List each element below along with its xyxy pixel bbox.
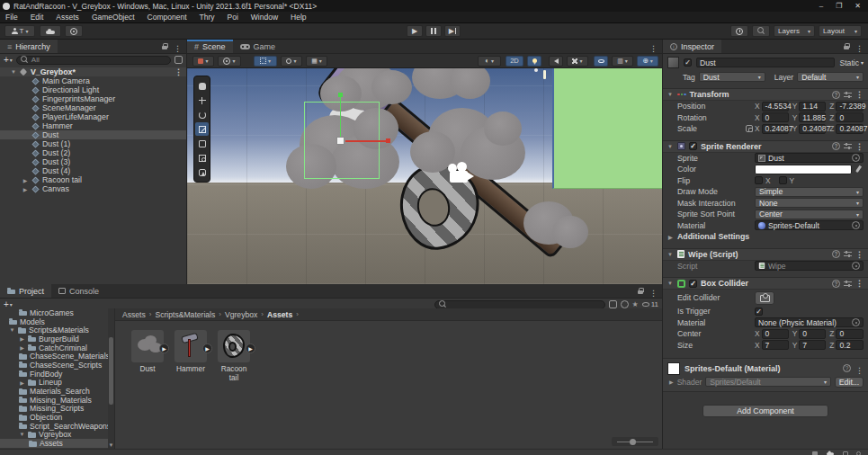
flip-x-checkbox[interactable] [755, 176, 763, 184]
rotation-z-field[interactable]: 0 [836, 112, 864, 122]
project-search-input[interactable] [434, 300, 605, 309]
hierarchy-item-selected[interactable]: Dust [0, 130, 186, 139]
status-console-icon[interactable] [812, 451, 818, 455]
expand-icon[interactable]: ▶ [22, 177, 29, 183]
asset-thumbnail[interactable]: ▶ [218, 330, 250, 362]
tool-handle-rotation-dropdown[interactable] [218, 56, 241, 67]
hierarchy-item[interactable]: Main Camera [0, 76, 186, 85]
scene-menu-icon[interactable] [174, 67, 186, 76]
sprite-object-field[interactable]: Dust [755, 153, 864, 163]
lock-icon[interactable] [162, 43, 168, 50]
favorite-star-icon[interactable]: ★ [632, 300, 639, 308]
close-button[interactable]: ✕ [855, 2, 861, 10]
expand-icon[interactable]: ▶ [19, 379, 25, 386]
layers-dropdown[interactable]: Layers [774, 25, 815, 37]
hierarchy-item[interactable]: Dust (4) [0, 166, 186, 175]
tag-dropdown[interactable]: Dust [699, 72, 765, 82]
expand-asset-icon[interactable]: ▶ [159, 343, 169, 353]
asset-thumbnail[interactable]: ▶ [131, 330, 164, 362]
thumbnail-size-slider[interactable] [612, 437, 658, 446]
gameobject-cube-icon[interactable] [667, 57, 679, 68]
folder-item[interactable]: ▶Lineup [0, 379, 108, 388]
tab-console[interactable]: Console [51, 284, 106, 298]
color-swatch[interactable] [755, 165, 852, 174]
preset-icon[interactable] [844, 143, 852, 149]
hierarchy-item[interactable]: Hammer [0, 121, 186, 130]
rotation-x-field[interactable]: 0 [762, 112, 789, 122]
menu-edit[interactable]: Edit [31, 13, 44, 22]
scale-x-field[interactable]: 0.24087 [762, 124, 789, 134]
preset-icon[interactable] [844, 92, 852, 98]
name-field[interactable]: Dust [696, 58, 835, 67]
foldout-icon[interactable]: ▼ [667, 92, 674, 97]
lighting-toggle[interactable] [527, 56, 541, 67]
menu-gameobject[interactable]: GameObject [92, 13, 135, 22]
hierarchy-search-input[interactable]: All [16, 56, 171, 65]
folder-item[interactable]: Missing_Materials [0, 396, 108, 405]
audio-toggle[interactable] [549, 56, 563, 67]
component-menu-icon[interactable] [855, 142, 864, 151]
search-by-type-icon[interactable] [609, 300, 617, 308]
cloud-services-button[interactable] [40, 25, 61, 37]
hierarchy-item[interactable]: Directional Light [0, 85, 186, 94]
layout-dropdown[interactable]: Layout [819, 25, 862, 37]
menu-window[interactable]: Window [251, 13, 278, 22]
foldout-icon[interactable]: ▶ [669, 379, 674, 385]
search-by-label-icon[interactable] [621, 300, 629, 308]
component-menu-icon[interactable] [855, 279, 864, 288]
object-picker-icon[interactable] [852, 154, 860, 162]
menu-component[interactable]: Component [148, 13, 187, 22]
folder-item-selected[interactable]: Assets [0, 439, 108, 448]
gizmos-dropdown[interactable]: ⊕ [637, 56, 658, 67]
lock-icon[interactable] [638, 288, 644, 295]
help-icon[interactable] [832, 280, 840, 288]
size-z-field[interactable]: 0.2 [836, 340, 864, 350]
grid-snapping-toggle[interactable] [254, 56, 277, 67]
slider-knob[interactable] [630, 439, 636, 445]
tab-game[interactable]: Game [233, 40, 283, 53]
sprite-renderer-header[interactable]: ▼ Sprite Renderer [663, 140, 868, 153]
edit-collider-button[interactable] [755, 291, 774, 305]
foldout-icon[interactable]: ▼ [667, 281, 674, 286]
foldout-icon[interactable]: ▼ [11, 69, 16, 75]
folder-item[interactable]: Materials_Search [0, 387, 108, 396]
folder-item[interactable]: ▼Scripts&Materials [0, 326, 108, 335]
center-y-field[interactable]: 0 [799, 329, 826, 339]
folder-item[interactable]: Objection [0, 413, 108, 422]
folder-item[interactable]: ChaseScene_Scripts [0, 361, 108, 370]
snap-increment-dropdown[interactable] [281, 56, 302, 67]
panel-menu-icon[interactable] [174, 39, 182, 55]
grid-axis-dropdown[interactable]: ▦ [306, 56, 327, 67]
dust-cloud[interactable] [371, 70, 412, 104]
menu-help[interactable]: Help [291, 13, 306, 22]
preset-icon[interactable] [844, 281, 852, 287]
active-checkbox[interactable] [684, 58, 692, 67]
folder-item[interactable]: ▶BurgerBuild [0, 335, 108, 343]
maximize-button[interactable]: ❐ [836, 2, 842, 10]
help-icon[interactable] [832, 142, 840, 150]
tab-scene[interactable]: # Scene [187, 40, 233, 53]
green-canvas-object[interactable] [552, 68, 662, 189]
move-tool-button[interactable] [195, 94, 209, 107]
transform-header[interactable]: ▼ Transform [663, 88, 868, 101]
scene-visibility-toggle[interactable] [594, 56, 608, 67]
folder-item[interactable]: Missing_Scripts [0, 405, 108, 414]
asset-item-hammer[interactable]: ▶ Hammer [173, 330, 209, 373]
rect-tool-button[interactable] [195, 137, 209, 150]
global-search-button[interactable] [752, 25, 770, 37]
component-enabled-checkbox[interactable] [689, 142, 697, 150]
is-trigger-checkbox[interactable] [755, 308, 763, 316]
physic-material-field[interactable]: None (Physic Material) [755, 317, 864, 327]
status-activity-icon[interactable] [843, 451, 848, 455]
scene-viewport[interactable] [187, 68, 662, 284]
size-x-field[interactable]: 7 [762, 340, 789, 350]
selection-x-handle[interactable] [386, 138, 390, 143]
hierarchy-item[interactable]: ▶Racoon tail [0, 175, 186, 184]
hierarchy-item[interactable]: ▶Canvas [0, 184, 186, 193]
status-progress-icon[interactable] [856, 451, 861, 455]
menu-file[interactable]: File [5, 13, 18, 22]
project-tree-scrollbar[interactable]: ▼ [108, 308, 114, 449]
view-tool-button[interactable] [195, 79, 209, 93]
constrain-proportions-icon[interactable] [746, 125, 753, 132]
breadcrumb-item[interactable]: Scripts&Materials [155, 310, 215, 319]
